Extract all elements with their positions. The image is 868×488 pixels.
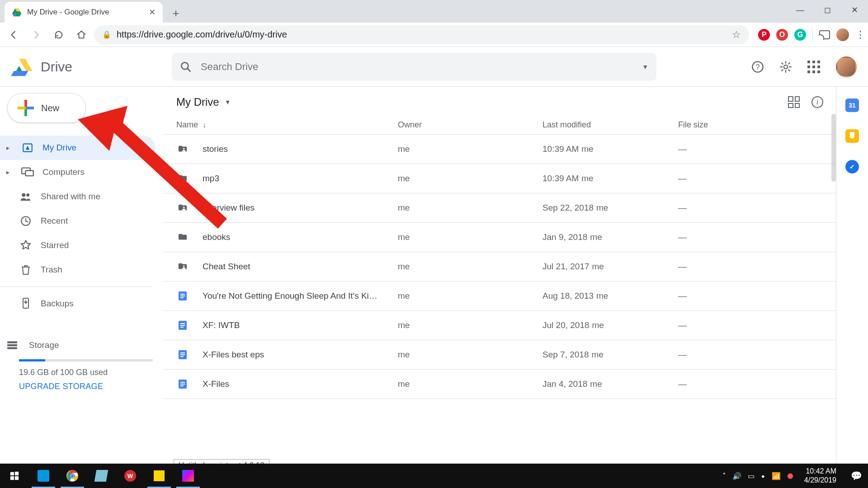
expand-icon[interactable]: ▸ — [6, 144, 13, 151]
folder-shared-icon — [176, 202, 189, 214]
taskbar-chrome[interactable] — [58, 464, 87, 488]
table-row[interactable]: ebooksmeJan 9, 2018me— — [164, 223, 836, 252]
calendar-addon-icon[interactable]: 31 — [845, 99, 859, 112]
sidebar-item-starred[interactable]: Starred — [0, 233, 156, 258]
table-row[interactable]: storiesme10:39 AMme— — [164, 135, 836, 164]
address-bar[interactable]: 🔒 https://drive.google.com/drive/u/0/my-… — [94, 25, 749, 44]
doc-icon — [176, 348, 189, 361]
col-header-size[interactable]: File size — [678, 120, 823, 130]
cast-icon[interactable] — [819, 30, 830, 39]
file-owner: me — [398, 232, 542, 242]
sidebar-item-recent[interactable]: Recent — [0, 209, 156, 233]
svg-point-21 — [26, 193, 29, 197]
home-button[interactable] — [71, 25, 91, 45]
google-apps-icon[interactable] — [807, 60, 821, 74]
notifications-icon[interactable]: 💬 — [847, 470, 865, 481]
svg-point-20 — [22, 193, 25, 197]
drive-logo[interactable]: Drive — [10, 55, 164, 79]
svg-point-36 — [71, 474, 74, 478]
grammarly-ext-icon[interactable]: G — [794, 29, 806, 41]
sidebar-item-computers[interactable]: ▸ Computers — [0, 160, 156, 184]
settings-gear-icon[interactable] — [778, 60, 793, 74]
tray-app-icon[interactable]: ⬣ — [787, 472, 793, 480]
sidebar-item-storage[interactable]: Storage — [0, 333, 153, 357]
table-row[interactable]: X-Files best epsmeSep 7, 2018me— — [164, 340, 836, 370]
taskbar-app-1[interactable] — [29, 464, 58, 488]
reload-button[interactable] — [49, 25, 69, 45]
back-button[interactable] — [4, 25, 24, 45]
taskbar-app-2[interactable] — [87, 464, 116, 488]
new-tab-button[interactable]: + — [167, 5, 184, 22]
chrome-menu-icon[interactable]: ⋮ — [855, 29, 862, 41]
svg-rect-31 — [15, 476, 19, 480]
doc-icon — [176, 319, 189, 332]
col-header-name[interactable]: Name↓ — [176, 120, 398, 130]
taskbar-paintnet[interactable] — [174, 464, 203, 488]
taskbar-app-4[interactable] — [145, 464, 174, 488]
breadcrumb-dropdown-icon[interactable]: ▼ — [225, 99, 231, 106]
file-size: — — [678, 291, 823, 301]
tray-volume-icon[interactable]: 🔊 — [732, 472, 741, 480]
tab-close-icon[interactable]: ✕ — [149, 7, 156, 17]
file-modified: 10:39 AMme — [542, 144, 678, 154]
account-avatar[interactable] — [835, 55, 858, 79]
search-options-icon[interactable]: ▼ — [642, 63, 648, 70]
table-row[interactable]: Interview filesmeSep 22, 2018me— — [164, 193, 836, 223]
svg-rect-29 — [15, 472, 19, 475]
window-close-button[interactable]: ✕ — [841, 0, 868, 20]
sidebar-item-shared[interactable]: Shared with me — [0, 184, 156, 209]
sidebar-item-backups[interactable]: Backups — [0, 291, 156, 316]
expand-icon[interactable]: ▸ — [6, 169, 13, 176]
file-modified: Jan 9, 2018me — [542, 232, 678, 242]
file-rows: storiesme10:39 AMme—mp3me10:39 AMme—Inte… — [164, 135, 836, 399]
help-icon[interactable]: ? — [750, 60, 765, 74]
window-minimize-button[interactable]: ― — [787, 0, 814, 20]
file-size: — — [678, 350, 823, 360]
tasks-addon-icon[interactable]: ✓ — [845, 160, 859, 174]
drive-logo-icon — [10, 55, 34, 79]
main-content: My Drive ▼ i Name↓ Owner Last modified F… — [164, 87, 836, 464]
window-maximize-button[interactable]: ◻ — [814, 0, 841, 20]
upgrade-storage-link[interactable]: UPGRADE STORAGE — [19, 382, 153, 391]
new-button[interactable]: New — [7, 93, 86, 123]
tray-battery-icon[interactable]: ▭ — [748, 472, 755, 480]
search-input[interactable] — [201, 61, 631, 73]
keep-addon-icon[interactable] — [845, 129, 859, 143]
table-row[interactable]: Cheat SheetmeJul 21, 2017me— — [164, 252, 836, 282]
tab-strip: My Drive - Google Drive ✕ + ― ◻ ✕ — [0, 0, 868, 23]
folder-icon — [176, 172, 189, 185]
profile-avatar-small[interactable] — [836, 28, 849, 41]
breadcrumb-title[interactable]: My Drive — [176, 96, 219, 108]
details-info-icon[interactable]: i — [811, 96, 823, 108]
sidebar-item-my-drive[interactable]: ▸ My Drive — [0, 136, 156, 160]
col-header-modified[interactable]: Last modified — [542, 120, 678, 130]
browser-tab[interactable]: My Drive - Google Drive ✕ — [5, 2, 163, 23]
scrollbar[interactable] — [831, 114, 836, 182]
svg-marker-17 — [26, 146, 30, 150]
grid-view-icon[interactable] — [788, 96, 800, 108]
search-bar[interactable]: ▼ — [172, 53, 656, 81]
tray-wifi-icon[interactable]: 📶 — [772, 472, 781, 480]
tray-expand-icon[interactable]: ˄ — [722, 472, 726, 480]
sidebar-item-trash[interactable]: Trash — [0, 258, 156, 282]
taskbar-clock[interactable]: 10:42 AM 4/29/2019 — [800, 467, 841, 485]
bookmark-star-icon[interactable]: ☆ — [732, 29, 741, 41]
sidebar-item-label: Starred — [41, 240, 69, 250]
taskbar-app-3[interactable]: W — [116, 464, 145, 488]
table-row[interactable]: mp3me10:39 AMme— — [164, 164, 836, 193]
drive-word: Drive — [41, 59, 72, 75]
side-panel: 31 ✓ — [836, 87, 868, 464]
table-row[interactable]: XF: IWTBmeJul 20, 2018me— — [164, 311, 836, 340]
tray-dropbox-icon[interactable]: ⬥ — [761, 472, 765, 480]
forward-button[interactable] — [26, 25, 46, 45]
sidebar-item-label: Shared with me — [41, 192, 100, 202]
table-row[interactable]: X-FilesmeJan 4, 2018me— — [164, 370, 836, 399]
file-modified: Jul 21, 2017me — [542, 262, 678, 272]
url-text: https://drive.google.com/drive/u/0/my-dr… — [117, 29, 287, 40]
opera-ext-icon[interactable]: O — [776, 29, 788, 41]
pinterest-ext-icon[interactable]: P — [758, 29, 770, 41]
table-row[interactable]: You're Not Getting Enough Sleep And It's… — [164, 282, 836, 311]
col-header-owner[interactable]: Owner — [398, 120, 542, 130]
file-name: mp3 — [203, 174, 398, 183]
start-button[interactable] — [0, 464, 29, 488]
